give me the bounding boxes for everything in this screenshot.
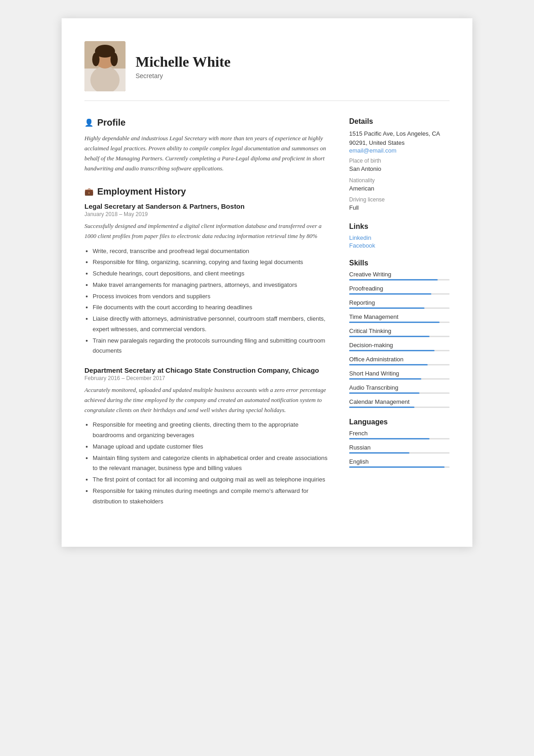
- list-item: Schedule hearings, court depositions, an…: [93, 269, 331, 279]
- skill-bar-fill: [349, 279, 438, 280]
- avatar: [84, 41, 126, 91]
- job-1-dates: January 2018 – May 2019: [84, 211, 331, 217]
- details-title: Details: [349, 117, 450, 126]
- language-name: French: [349, 430, 450, 437]
- skill-bar-background: [349, 407, 450, 408]
- skill-name: Short Hand Writing: [349, 370, 450, 377]
- candidate-title: Secretary: [136, 72, 230, 79]
- languages-title: Languages: [349, 418, 450, 426]
- employment-icon: 💼: [84, 187, 94, 196]
- resume-header: Michelle White Secretary: [84, 41, 450, 101]
- candidate-name: Michelle White: [136, 53, 230, 70]
- link-facebook[interactable]: Facebook: [349, 242, 450, 249]
- skill-item: Proofreading: [349, 285, 450, 295]
- skill-bar-fill: [349, 407, 414, 408]
- job-2-description: Accurately monitored, uploaded and updat…: [84, 385, 331, 415]
- languages-section: Languages French Russian English: [349, 418, 450, 468]
- place-of-birth-label: Place of birth: [349, 158, 450, 164]
- skill-name: Office Administration: [349, 356, 450, 363]
- skill-item: Reporting: [349, 299, 450, 309]
- skill-bar-background: [349, 307, 450, 309]
- resume-content: 👤 Profile Highly dependable and industri…: [84, 117, 450, 519]
- employment-section-title: 💼 Employment History: [84, 186, 331, 197]
- skill-item: Calendar Management: [349, 398, 450, 408]
- language-bar-background: [349, 438, 450, 439]
- details-email: email@email.com: [349, 147, 450, 154]
- list-item: Process invoices from vendors and suppli…: [93, 291, 331, 302]
- profile-section-title: 👤 Profile: [84, 117, 331, 128]
- list-item: Liaise directly with attorneys, administ…: [93, 314, 331, 335]
- list-item: Responsible for filing, organizing, scan…: [93, 257, 331, 268]
- language-bar-background: [349, 452, 450, 454]
- resume-document: Michelle White Secretary 👤 Profile Highl…: [62, 18, 472, 547]
- language-item: French: [349, 430, 450, 439]
- nationality-value: American: [349, 184, 450, 193]
- language-bar-fill: [349, 466, 445, 468]
- job-1-title: Legal Secretary at Sanderson & Partners,…: [84, 202, 331, 210]
- links-title: Links: [349, 222, 450, 231]
- skill-item: Short Hand Writing: [349, 370, 450, 380]
- details-address: 1515 Pacific Ave, Los Angeles, CA 90291,…: [349, 129, 450, 147]
- skill-name: Reporting: [349, 299, 450, 306]
- languages-list: French Russian English: [349, 430, 450, 468]
- skill-item: Audio Transcribing: [349, 384, 450, 394]
- language-name: Russian: [349, 444, 450, 451]
- job-2-bullets: Responsible for meeting and greeting cli…: [84, 420, 331, 507]
- list-item: Responsible for taking minutes during me…: [93, 486, 331, 507]
- job-2-dates: February 2016 – December 2017: [84, 375, 331, 381]
- skill-bar-background: [349, 293, 450, 295]
- header-info: Michelle White Secretary: [136, 53, 230, 79]
- skill-bar-fill: [349, 307, 424, 309]
- job-2: Department Secretary at Chicago State Co…: [84, 366, 331, 507]
- skill-bar-background: [349, 364, 450, 365]
- skill-item: Office Administration: [349, 356, 450, 365]
- job-2-title: Department Secretary at Chicago State Co…: [84, 366, 331, 374]
- right-column: Details 1515 Pacific Ave, Los Angeles, C…: [349, 117, 450, 519]
- skill-bar-fill: [349, 322, 440, 323]
- skill-name: Creative Writing: [349, 271, 450, 278]
- language-item: Russian: [349, 444, 450, 454]
- link-linkedin[interactable]: Linkedin: [349, 234, 450, 241]
- skill-bar-fill: [349, 392, 419, 394]
- skill-bar-fill: [349, 350, 435, 351]
- job-1: Legal Secretary at Sanderson & Partners,…: [84, 202, 331, 356]
- skills-list: Creative Writing Proofreading Reporting …: [349, 271, 450, 408]
- skill-bar-fill: [349, 378, 421, 380]
- list-item: File documents with the court according …: [93, 302, 331, 313]
- list-item: Make travel arrangements for managing pa…: [93, 280, 331, 291]
- driving-license-value: Full: [349, 203, 450, 212]
- list-item: Manage upload and update customer files: [93, 442, 331, 452]
- place-of-birth-value: San Antonio: [349, 164, 450, 174]
- skill-bar-background: [349, 322, 450, 323]
- skill-name: Time Management: [349, 313, 450, 320]
- language-item: English: [349, 458, 450, 468]
- skill-name: Audio Transcribing: [349, 384, 450, 391]
- job-1-bullets: Write, record, transcribe and proofread …: [84, 246, 331, 357]
- skill-name: Proofreading: [349, 285, 450, 292]
- skill-item: Critical Thinking: [349, 328, 450, 337]
- details-section: Details 1515 Pacific Ave, Los Angeles, C…: [349, 117, 450, 212]
- skill-name: Calendar Management: [349, 398, 450, 405]
- skill-bar-background: [349, 378, 450, 380]
- skill-item: Time Management: [349, 313, 450, 323]
- profile-text: Highly dependable and industrious Legal …: [84, 133, 331, 174]
- skill-name: Critical Thinking: [349, 328, 450, 334]
- skill-name: Decision-making: [349, 342, 450, 349]
- list-item: Train new paralegals regarding the proto…: [93, 336, 331, 357]
- skill-bar-fill: [349, 293, 431, 295]
- language-bar-background: [349, 466, 450, 468]
- skill-bar-background: [349, 392, 450, 394]
- skill-bar-background: [349, 279, 450, 280]
- profile-section: 👤 Profile Highly dependable and industri…: [84, 117, 331, 174]
- skills-title: Skills: [349, 259, 450, 267]
- language-bar-fill: [349, 438, 429, 439]
- svg-point-6: [110, 53, 118, 66]
- list-item: Responsible for meeting and greeting cli…: [93, 420, 331, 441]
- job-1-description: Successfully designed and implemented a …: [84, 221, 331, 241]
- driving-license-label: Driving license: [349, 196, 450, 203]
- nationality-label: Nationality: [349, 177, 450, 184]
- list-item: Write, record, transcribe and proofread …: [93, 246, 331, 257]
- skill-bar-fill: [349, 364, 428, 365]
- links-section: Links Linkedin Facebook: [349, 222, 450, 249]
- skills-section: Skills Creative Writing Proofreading Rep…: [349, 259, 450, 408]
